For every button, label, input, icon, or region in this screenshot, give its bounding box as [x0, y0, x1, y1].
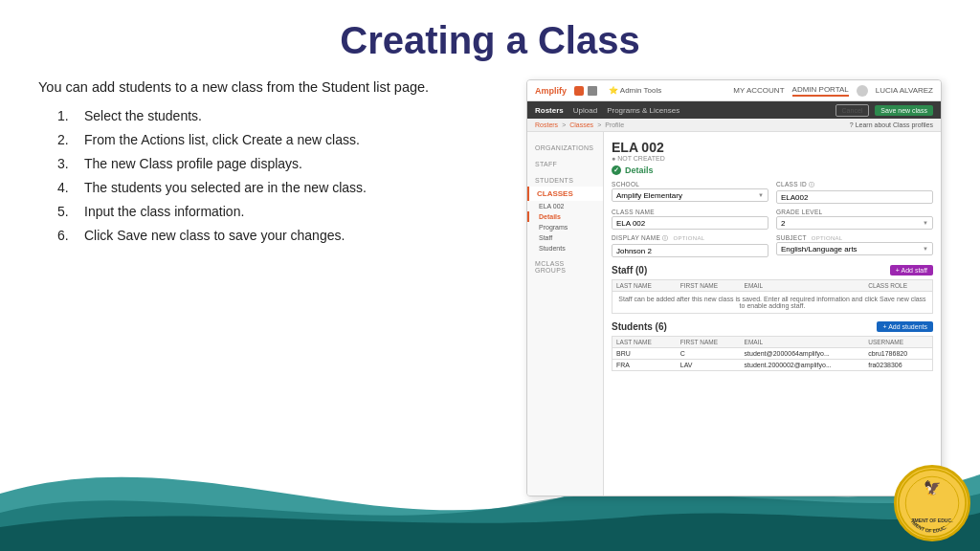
seal-circle: 🦅 TMENT OF EDUC. TMENT OF EDUC.	[894, 465, 970, 541]
class-name-input[interactable]: ELA 002	[612, 216, 768, 230]
check-icon: ✓	[612, 165, 621, 175]
dropdown-arrow-icon: ▼	[923, 220, 928, 226]
user-name: LUCIA ALVAREZ	[876, 86, 933, 95]
grade-level-field: GRADE LEVEL 2 ▼	[776, 209, 933, 230]
cancel-button[interactable]: Cancel	[835, 104, 870, 117]
info-icon: ⓘ	[809, 182, 814, 187]
school-field: SCHOOL Amplify Elementary ▼	[612, 181, 768, 204]
class-title: ELA 002	[612, 140, 933, 155]
step-text: Input the class information.	[84, 204, 244, 219]
left-panel: You can add students to a new class from…	[38, 79, 507, 252]
list-item: 1. Select the students.	[57, 108, 507, 123]
subnav-actions: Cancel Save new class	[835, 104, 933, 117]
student-firstname: C	[680, 350, 741, 357]
add-students-button[interactable]: + Add students	[877, 321, 933, 332]
details-label: Details	[625, 165, 654, 175]
subnav-programs[interactable]: Programs & Licenses	[607, 106, 679, 115]
student-email: student@2000064amplifyo...	[745, 350, 865, 357]
form-row-2: CLASS NAME ELA 002 GRADE LEVEL 2 ▼	[612, 209, 933, 230]
students-section-title: Students (6)	[612, 321, 667, 332]
students-col-lastname: LAST NAME	[616, 339, 677, 345]
display-name-field: DISPLAY NAME ⓘ OPTIONAL Johnson 2	[612, 234, 768, 257]
staff-col-lastname: LAST NAME	[616, 282, 677, 289]
sidebar-mclass-groups: MCLASS GROUPS	[527, 257, 603, 276]
sidebar-sub-students[interactable]: Students	[527, 243, 603, 253]
students-col-email: EMAIL	[745, 339, 865, 345]
list-item: 5. Input the class information.	[57, 204, 507, 219]
dropdown-arrow-icon: ▼	[923, 246, 928, 252]
amplify-logo: Amplify	[535, 86, 567, 96]
table-row: FRA LAV student.2000002@amplifyo... fra0…	[612, 360, 933, 371]
sidebar-class-ela002[interactable]: ELA 002	[527, 201, 603, 211]
students-table-header: LAST NAME FIRST NAME EMAIL USERNAME	[612, 336, 933, 348]
list-item: 6. Click Save new class to save your cha…	[57, 228, 507, 243]
dot-icon: ●	[612, 155, 615, 162]
intro-text: You can add students to a new class from…	[38, 79, 507, 95]
staff-col-role: CLASS ROLE	[868, 282, 928, 289]
step-text: Click Save new class to save your change…	[84, 228, 345, 243]
staff-table-header: LAST NAME FIRST NAME EMAIL CLASS ROLE	[612, 279, 933, 292]
sidebar-staff: STAFF	[527, 158, 603, 170]
subject-label: SUBJECT OPTIONAL	[776, 234, 933, 241]
step-number: 6.	[57, 228, 84, 243]
staff-col-email: EMAIL	[745, 282, 865, 289]
step-text: The new Class profile page displays.	[84, 156, 302, 171]
sidebar-sub-details[interactable]: Details	[527, 211, 603, 222]
info-icon: ⓘ	[662, 235, 668, 241]
class-id-field: CLASS ID ⓘ ELA002	[776, 181, 933, 204]
step-number: 5.	[57, 204, 84, 219]
question-icon: ?	[850, 121, 854, 128]
breadcrumb-classes[interactable]: Classes	[569, 121, 593, 128]
amp-main-content: ELA 002 ● NOT CREATED ✓ Details SCHOOL	[604, 132, 941, 496]
subnav-upload[interactable]: Upload	[573, 106, 597, 115]
step-text: The students you selected are in the new…	[84, 180, 367, 195]
page-title: Creating a Class	[38, 19, 942, 62]
grade-level-input[interactable]: 2 ▼	[776, 216, 933, 230]
grid-icon[interactable]	[588, 86, 597, 96]
staff-section-header: Staff (0) + Add staff	[612, 265, 933, 276]
breadcrumb: Rosters > Classes > Profile ? Learn abou…	[527, 119, 941, 132]
student-username: cbru1786820	[868, 350, 928, 357]
school-label: SCHOOL	[612, 181, 768, 187]
amp-subnav: Rosters Upload Programs & Licenses Cance…	[527, 101, 941, 119]
sidebar-sub-staff[interactable]: Staff	[527, 232, 603, 243]
students-col-username: USERNAME	[868, 339, 928, 345]
sidebar-sub-programs[interactable]: Programs	[527, 222, 603, 232]
display-name-label: DISPLAY NAME ⓘ OPTIONAL	[612, 234, 768, 243]
list-item: 3. The new Class profile page displays.	[57, 156, 507, 171]
screenshot-panel: Amplify ⭐ Admin Tools MY ACCOUNT ADMIN P…	[526, 79, 942, 496]
school-input[interactable]: Amplify Elementary ▼	[612, 188, 768, 202]
nav-icons	[574, 86, 597, 96]
class-id-input[interactable]: ELA002	[776, 190, 933, 204]
list-item: 2. From the Actions list, click Create a…	[57, 132, 507, 147]
admin-portal-link[interactable]: ADMIN PORTAL	[792, 85, 849, 97]
my-account-link[interactable]: MY ACCOUNT	[733, 86, 784, 95]
step-number: 1.	[57, 108, 84, 123]
sidebar-organizations: ORGANIZATIONS	[527, 142, 603, 154]
breadcrumb-rosters[interactable]: Rosters	[535, 121, 558, 128]
student-username: fra0238306	[868, 362, 928, 368]
amp-body: ORGANIZATIONS STAFF STUDENTS CLASSES ELA…	[527, 132, 941, 496]
display-name-input[interactable]: Johnson 2	[612, 244, 768, 257]
save-new-class-button[interactable]: Save new class	[875, 105, 933, 116]
learn-class-profiles-link[interactable]: ? Learn about Class profiles	[850, 121, 933, 128]
form-row-3: DISPLAY NAME ⓘ OPTIONAL Johnson 2 SUBJEC…	[612, 234, 933, 257]
step-text: From the Actions list, click Create a ne…	[84, 132, 360, 147]
list-item: 4. The students you selected are in the …	[57, 180, 507, 195]
step-number: 3.	[57, 156, 84, 171]
user-avatar-icon	[857, 85, 868, 97]
subject-input[interactable]: English/Language arts ▼	[776, 242, 933, 255]
amp-topnav: Amplify ⭐ Admin Tools MY ACCOUNT ADMIN P…	[527, 80, 941, 101]
subnav-rosters[interactable]: Rosters	[535, 106, 564, 115]
student-lastname: FRA	[616, 362, 677, 368]
staff-section-title: Staff (0)	[612, 265, 647, 276]
sidebar-item-classes[interactable]: CLASSES	[527, 187, 603, 201]
home-icon[interactable]	[574, 86, 584, 96]
svg-text:TMENT OF EDUC.: TMENT OF EDUC.	[911, 518, 953, 523]
class-name-label: CLASS NAME	[612, 209, 768, 215]
student-email: student.2000002@amplifyo...	[745, 362, 865, 368]
add-staff-button[interactable]: + Add staff	[890, 265, 933, 276]
subject-field: SUBJECT OPTIONAL English/Language arts ▼	[776, 234, 933, 257]
student-firstname: LAV	[680, 362, 741, 368]
sidebar-students: STUDENTS	[527, 174, 603, 187]
